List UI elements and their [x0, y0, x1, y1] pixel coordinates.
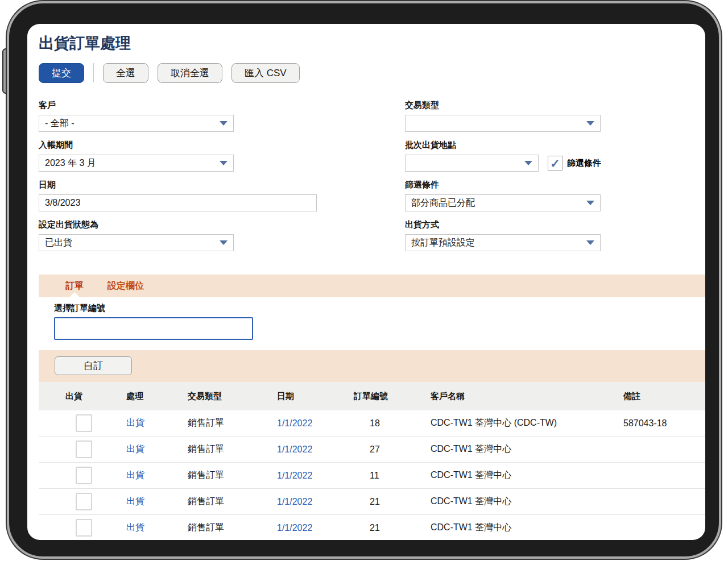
deselect-all-button[interactable]: 取消全選: [158, 63, 222, 83]
customize-band: 自訂: [39, 350, 705, 382]
process-link[interactable]: 出貨: [126, 418, 144, 427]
orders-table: 出貨 處理 交易類型 日期 訂單編號 客戶名稱 備註 出貨 銷售訂單 1/1/2…: [39, 382, 705, 540]
customer-label: 客戶: [39, 100, 234, 111]
ship-status-select[interactable]: 已出貨: [39, 234, 234, 251]
tab-orders-label: 訂單: [65, 280, 84, 292]
caret-down-icon: [586, 201, 594, 205]
check-icon: ✓: [550, 157, 560, 169]
filter-criteria-select[interactable]: 部分商品已分配: [405, 194, 601, 211]
posting-period-select-value: 2023 年 3 月: [45, 157, 96, 169]
filter-criteria-checkbox-label: 篩選條件: [567, 158, 601, 169]
tab-set-fields[interactable]: 設定欄位: [106, 275, 145, 297]
caret-down-icon: [220, 121, 228, 126]
ship-method-select-value: 按訂單預設設定: [411, 237, 475, 249]
active-tab-notch: [69, 292, 80, 297]
process-link[interactable]: 出貨: [126, 496, 144, 506]
table-body: 出貨 銷售訂單 1/1/2022 18 CDC-TW1 荃灣中心 (CDC-TW…: [39, 410, 705, 540]
order-number-label: 選擇訂單編號: [54, 303, 105, 314]
row-transaction-type: 銷售訂單: [188, 418, 224, 427]
caret-down-icon: [220, 161, 228, 165]
transaction-type-select[interactable]: [405, 115, 601, 132]
row-ship-checkbox[interactable]: [76, 467, 92, 484]
date-field: 日期: [39, 180, 317, 211]
customer-field: 客戶 - 全部 -: [39, 100, 234, 132]
row-date-link[interactable]: 1/1/2022: [277, 497, 312, 506]
toolbar-divider: [93, 63, 94, 82]
submit-button[interactable]: 提交: [39, 63, 84, 83]
page-title: 出貨訂單處理: [39, 33, 131, 53]
ship-method-label: 出貨方式: [405, 219, 601, 230]
ship-method-field: 出貨方式 按訂單預設設定: [405, 219, 601, 251]
row-ship-checkbox[interactable]: [76, 493, 92, 510]
filter-criteria-field: 篩選條件 部分商品已分配: [405, 180, 601, 211]
row-order-number: 18: [354, 418, 380, 429]
customize-button[interactable]: 自訂: [55, 356, 132, 375]
ship-method-select[interactable]: 按訂單預設設定: [405, 234, 601, 251]
header-process: 處理: [126, 391, 188, 402]
row-order-number: 27: [354, 444, 380, 455]
order-number-input[interactable]: [54, 317, 253, 340]
table-row: 出貨 銷售訂單 1/1/2022 27 CDC-TW1 荃灣中心: [39, 437, 705, 463]
filter-criteria-select-value: 部分商品已分配: [411, 197, 475, 209]
table-row: 出貨 銷售訂單 1/1/2022 18 CDC-TW1 荃灣中心 (CDC-TW…: [39, 410, 705, 437]
filter-criteria-label: 篩選條件: [405, 180, 601, 190]
caret-down-icon: [586, 240, 594, 245]
row-customer-name: CDC-TW1 荃灣中心: [431, 444, 511, 454]
transaction-type-label: 交易類型: [405, 100, 601, 111]
bulk-ship-location-select[interactable]: [405, 155, 539, 172]
bulk-ship-location-field: 批次出貨地點 ✓ 篩選條件: [405, 140, 644, 172]
app-screen: 出貨訂單處理 提交 全選 取消全選 匯入 CSV 客戶 - 全部 - 交易類型 …: [27, 24, 705, 540]
process-link[interactable]: 出貨: [126, 522, 144, 532]
page-background: 出貨訂單處理 提交 全選 取消全選 匯入 CSV 客戶 - 全部 - 交易類型 …: [0, 0, 728, 561]
row-order-number: 21: [354, 497, 380, 507]
row-transaction-type: 銷售訂單: [188, 470, 224, 480]
date-input[interactable]: [39, 194, 317, 211]
header-ship: 出貨: [39, 391, 126, 402]
row-customer-name: CDC-TW1 荃灣中心: [431, 470, 511, 480]
date-label: 日期: [39, 180, 317, 190]
tab-bar: 訂單 設定欄位: [39, 275, 705, 297]
import-csv-button[interactable]: 匯入 CSV: [231, 63, 300, 83]
select-all-button[interactable]: 全選: [103, 63, 148, 83]
customer-select-value: - 全部 -: [45, 118, 75, 130]
row-date-link[interactable]: 1/1/2022: [277, 418, 312, 428]
caret-down-icon: [524, 161, 532, 165]
row-date-link[interactable]: 1/1/2022: [277, 471, 312, 480]
row-transaction-type: 銷售訂單: [188, 496, 224, 506]
ship-status-select-value: 已出貨: [45, 237, 72, 249]
caret-down-icon: [220, 240, 228, 245]
posting-period-select[interactable]: 2023 年 3 月: [39, 155, 234, 172]
process-link[interactable]: 出貨: [126, 444, 144, 454]
row-date-link[interactable]: 1/1/2022: [277, 444, 312, 454]
row-customer-name: CDC-TW1 荃灣中心: [431, 496, 511, 506]
table-header-row: 出貨 處理 交易類型 日期 訂單編號 客戶名稱 備註: [39, 382, 705, 410]
header-memo: 備註: [623, 391, 705, 402]
transaction-type-field: 交易類型: [405, 100, 601, 132]
table-row: 出貨 銷售訂單 1/1/2022 11 CDC-TW1 荃灣中心: [39, 463, 705, 489]
process-link[interactable]: 出貨: [126, 470, 144, 480]
bulk-ship-location-label: 批次出貨地點: [405, 140, 644, 151]
toolbar: 提交 全選 取消全選 匯入 CSV: [39, 63, 300, 83]
ship-status-field: 設定出貨狀態為 已出貨: [39, 219, 234, 251]
caret-down-icon: [586, 121, 594, 126]
header-customer-name: 客戶名稱: [431, 391, 623, 402]
row-customer-name: CDC-TW1 荃灣中心: [431, 522, 511, 532]
row-order-number: 21: [354, 523, 380, 533]
row-date-link[interactable]: 1/1/2022: [277, 523, 312, 533]
row-order-number: 11: [354, 471, 379, 481]
posting-period-label: 入帳期間: [39, 140, 234, 151]
row-customer-name: CDC-TW1 荃灣中心 (CDC-TW): [431, 418, 557, 427]
header-date: 日期: [277, 391, 354, 402]
row-transaction-type: 銷售訂單: [188, 522, 224, 532]
table-row: 出貨 銷售訂單 1/1/2022 21 CDC-TW1 荃灣中心: [39, 489, 705, 515]
row-ship-checkbox[interactable]: [76, 519, 92, 537]
row-memo: 587043-18: [623, 418, 667, 428]
row-ship-checkbox[interactable]: [76, 414, 92, 432]
tab-set-fields-label: 設定欄位: [107, 280, 144, 292]
customer-select[interactable]: - 全部 -: [39, 115, 234, 132]
row-transaction-type: 銷售訂單: [188, 444, 224, 454]
tab-orders[interactable]: 訂單: [64, 275, 85, 297]
filter-criteria-checkbox[interactable]: ✓: [548, 156, 562, 171]
header-transaction-type: 交易類型: [188, 391, 277, 402]
row-ship-checkbox[interactable]: [76, 441, 92, 458]
